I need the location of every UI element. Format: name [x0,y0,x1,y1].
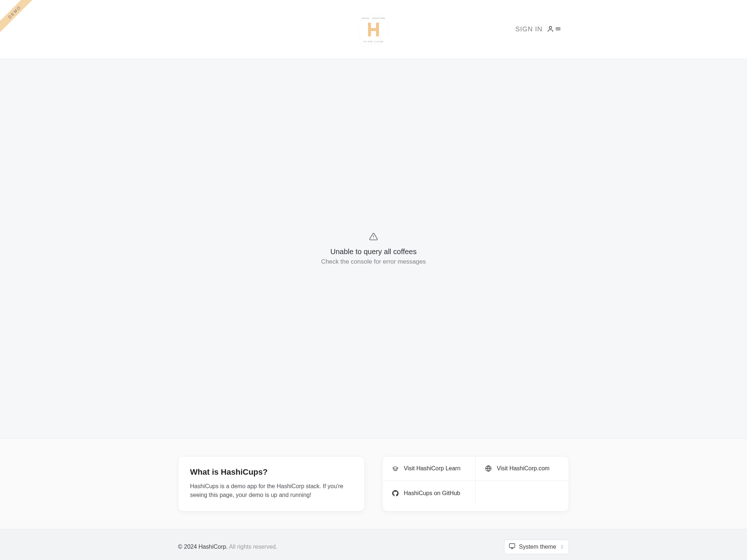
theme-selector[interactable]: System theme [504,540,569,554]
link-hashicorp-site[interactable]: Visit HashiCorp.com [476,456,569,481]
copyright-muted: All rights reserved. [229,544,278,550]
globe-icon [485,465,492,472]
svg-text:HAND · KRAFTED: HAND · KRAFTED [362,17,385,19]
user-menu-button[interactable] [547,25,561,34]
svg-rect-3 [368,28,379,31]
error-title: Unable to query all coffees [321,248,426,256]
hashicups-logo-icon: HAND · KRAFTED IN THE CLOUD [357,13,390,46]
about-card-body: HashiCups is a demo app for the HashiCor… [190,482,353,499]
logo[interactable]: HAND · KRAFTED IN THE CLOUD [357,13,390,46]
site-header: HAND · KRAFTED IN THE CLOUD SIGN IN [0,0,747,59]
svg-point-6 [549,26,552,29]
links-card: Visit HashiCorp Learn Visit HashiCorp.co… [382,456,569,512]
site-footer: © 2024 HashiCorp. All rights reserved. S… [0,529,747,560]
link-github[interactable]: HashiCups on GitHub [383,481,476,505]
about-card: What is HashiCups? HashiCups is a demo a… [178,456,365,512]
main-content: Unable to query all coffees Check the co… [0,59,747,438]
sign-in-link[interactable]: SIGN IN [515,26,542,33]
link-label: Visit HashiCorp.com [497,465,550,472]
header-actions: SIGN IN [515,25,561,34]
copyright: © 2024 HashiCorp. All rights reserved. [178,544,277,550]
link-label: Visit HashiCorp Learn [404,465,460,472]
theme-label: System theme [519,544,556,550]
demo-ribbon-label: DEMO [0,0,38,35]
copyright-strong: © 2024 HashiCorp. [178,544,228,550]
github-icon [392,490,399,497]
link-hashicorp-learn[interactable]: Visit HashiCorp Learn [383,456,476,481]
demo-ribbon: DEMO [0,0,44,44]
link-label: HashiCups on GitHub [404,490,460,497]
user-icon [547,25,554,34]
info-section: What is HashiCups? HashiCups is a demo a… [0,438,747,529]
error-subtitle: Check the console for error messages [321,258,426,265]
svg-text:IN THE CLOUD: IN THE CLOUD [364,40,383,43]
graduation-icon [392,465,399,472]
menu-icon [555,25,561,34]
alert-triangle-icon [369,232,378,241]
svg-rect-14 [509,544,515,548]
chevron-updown-icon [560,544,564,550]
about-card-title: What is HashiCups? [190,467,353,477]
monitor-icon [509,543,515,551]
error-message: Unable to query all coffees Check the co… [321,232,426,265]
